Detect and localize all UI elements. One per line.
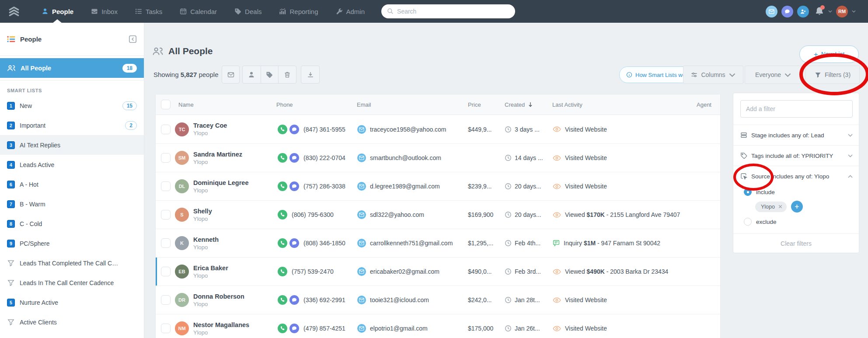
person-name[interactable]: Shelly	[193, 208, 212, 215]
select-all-checkbox[interactable]	[161, 100, 171, 109]
user-avatar[interactable]: RM	[836, 6, 848, 17]
column-header-price[interactable]: Price	[463, 101, 499, 108]
account-chevron-down-icon[interactable]	[852, 10, 856, 13]
tag-button[interactable]	[261, 66, 279, 83]
column-header-last-activity[interactable]: Last Activity	[546, 101, 690, 108]
sidebar-item-nurture-active[interactable]: 5Nurture Active	[0, 293, 144, 312]
nav-item-deals[interactable]: Deals	[234, 8, 261, 15]
person-name[interactable]: Dominique Legree	[193, 179, 249, 186]
sidebar-item-ai-text-replies[interactable]: 3AI Text Replies	[0, 135, 144, 155]
column-header-email[interactable]: Email	[350, 101, 463, 108]
person-name[interactable]: Nestor Magallanes	[193, 321, 249, 328]
filter-row-tags[interactable]: Tags include all of: YPRIORITY	[733, 146, 859, 166]
new-list-button[interactable]: + New List	[799, 45, 859, 63]
sidebar-item-leads-that-completed-the-call-cente[interactable]: Leads That Completed The Call Cente...	[0, 253, 144, 273]
notifications-bell-icon[interactable]	[815, 6, 824, 17]
sidebar-item-all-people[interactable]: All People 18	[0, 58, 144, 78]
text-message-icon[interactable]	[289, 153, 299, 163]
filters-button[interactable]: Filters (3)	[805, 66, 860, 84]
nav-item-tasks[interactable]: Tasks	[135, 8, 162, 15]
call-icon[interactable]	[278, 324, 287, 333]
person-name[interactable]: Sandra Martinez	[193, 151, 242, 158]
table-row[interactable]: S Shelly Ylopo (806) 795-6300 sdl322@yah…	[156, 200, 720, 229]
email-icon[interactable]	[357, 210, 366, 219]
clear-filters-button[interactable]: Clear filters	[733, 233, 859, 253]
text-message-icon[interactable]	[289, 238, 299, 248]
text-message-icon[interactable]	[289, 181, 299, 191]
row-checkbox[interactable]	[161, 238, 171, 248]
call-icon[interactable]	[278, 125, 287, 134]
email-icon[interactable]	[357, 153, 366, 162]
sidebar-item-a-hot[interactable]: 6A - Hot	[0, 174, 144, 194]
radio-unselected-icon[interactable]	[744, 218, 752, 226]
sidebar-item-active-clients[interactable]: Active Clients	[0, 312, 144, 332]
nav-item-people[interactable]: People	[42, 8, 73, 15]
table-row[interactable]: SM Sandra Martinez Ylopo (830) 222-0704 …	[156, 143, 720, 172]
nav-item-admin[interactable]: Admin	[336, 8, 365, 15]
person-name[interactable]: Tracey Coe	[193, 122, 227, 129]
texting-icon[interactable]	[781, 6, 793, 17]
nav-item-calendar[interactable]: Calendar	[180, 8, 217, 15]
call-icon[interactable]	[278, 267, 287, 276]
filter-chip[interactable]: Ylopo	[755, 202, 787, 212]
table-row[interactable]: TC Tracey Coe Ylopo (847) 361-5955 trace…	[156, 115, 720, 143]
person-name[interactable]: Erica Baker	[193, 265, 228, 272]
columns-button[interactable]: Columns	[683, 66, 743, 84]
sidebar-item-leads-active[interactable]: 4Leads Active	[0, 155, 144, 174]
nav-item-inbox[interactable]: Inbox	[91, 8, 118, 15]
email-icon[interactable]	[357, 296, 366, 304]
email-icon[interactable]	[357, 182, 366, 191]
text-message-icon[interactable]	[289, 125, 299, 134]
row-checkbox[interactable]	[161, 267, 171, 276]
text-message-icon[interactable]	[289, 324, 299, 333]
call-icon[interactable]	[278, 153, 287, 163]
nav-item-reporting[interactable]: Reporting	[279, 8, 318, 15]
include-option[interactable]: include	[740, 186, 852, 198]
exclude-option[interactable]: exclude	[740, 216, 852, 227]
radio-selected-icon[interactable]	[744, 188, 752, 196]
call-icon[interactable]	[278, 238, 287, 248]
messages-email-icon[interactable]	[766, 6, 777, 17]
add-person-icon[interactable]	[797, 6, 809, 17]
chevron-up-icon[interactable]	[848, 175, 853, 178]
table-row[interactable]: EB Erica Baker Ylopo (757) 539-2470 eric…	[156, 257, 720, 286]
column-header-phone[interactable]: Phone	[270, 101, 350, 108]
row-checkbox[interactable]	[161, 153, 171, 163]
table-row[interactable]: DR Donna Roberson Ylopo (336) 692-2991 t…	[156, 286, 720, 314]
row-checkbox[interactable]	[161, 324, 171, 333]
add-value-button[interactable]	[791, 201, 803, 213]
table-row[interactable]: DL Dominique Legree Ylopo (757) 286-3038…	[156, 172, 720, 200]
chevron-down-icon[interactable]	[848, 134, 853, 137]
sidebar-item-c-cold[interactable]: 8C - Cold	[0, 214, 144, 233]
remove-chip-icon[interactable]	[778, 205, 782, 209]
sidebar-item-leads-in-the-call-center-cadence[interactable]: Leads In The Call Center Cadence	[0, 273, 144, 293]
row-checkbox[interactable]	[161, 210, 171, 220]
row-checkbox[interactable]	[161, 295, 171, 305]
export-button[interactable]	[301, 66, 320, 84]
search-input[interactable]	[381, 4, 515, 18]
person-name[interactable]: Kenneth	[193, 236, 219, 243]
sidebar-item-new[interactable]: 1New15	[0, 96, 144, 115]
call-icon[interactable]	[278, 181, 287, 191]
sidebar-item-pc-sphere[interactable]: 9PC/Sphere	[0, 233, 144, 253]
email-icon[interactable]	[357, 324, 366, 333]
call-icon[interactable]	[278, 210, 287, 220]
table-row[interactable]: NM Nestor Magallanes Ylopo (479) 857-425…	[156, 314, 720, 338]
email-icon[interactable]	[357, 125, 366, 134]
column-header-created[interactable]: Created	[499, 101, 546, 108]
collapse-sidebar-icon[interactable]	[129, 35, 137, 43]
table-row[interactable]: K Kenneth Ylopo (808) 346-1850 carrollke…	[156, 229, 720, 257]
sidebar-item-important[interactable]: 2Important2	[0, 115, 144, 135]
filter-row-stage[interactable]: Stage includes any of: Lead	[733, 125, 859, 145]
app-logo-icon[interactable]	[8, 6, 20, 17]
call-icon[interactable]	[278, 295, 287, 305]
row-checkbox[interactable]	[161, 181, 171, 191]
email-icon[interactable]	[357, 267, 366, 276]
email-action-button[interactable]	[222, 66, 240, 84]
sidebar-item-b-warm[interactable]: 7B - Warm	[0, 194, 144, 214]
filter-row-source[interactable]: Source includes any of: Ylopo	[733, 166, 859, 186]
assign-person-button[interactable]	[243, 66, 261, 83]
person-name[interactable]: Donna Roberson	[193, 293, 244, 300]
add-filter-input[interactable]	[740, 100, 853, 118]
bell-chevron-down-icon[interactable]	[828, 10, 832, 13]
